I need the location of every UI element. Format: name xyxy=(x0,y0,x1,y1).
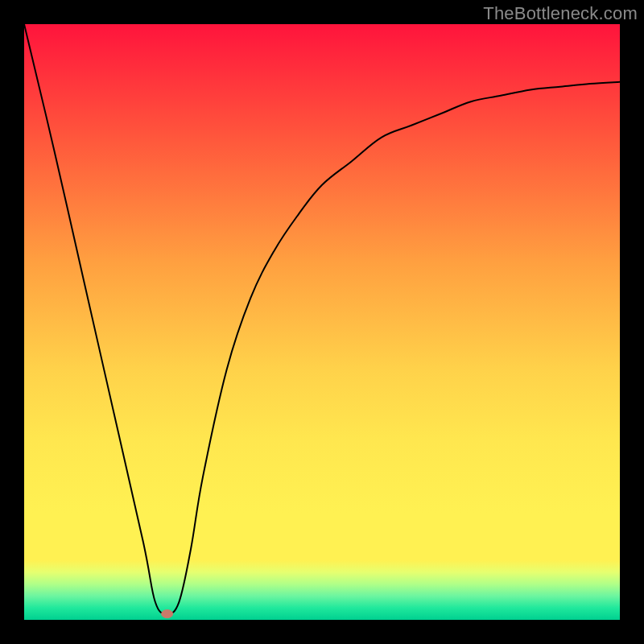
chart-frame: TheBottleneck.com xyxy=(0,0,644,644)
watermark-text: TheBottleneck.com xyxy=(483,3,638,24)
plot-area xyxy=(24,24,620,620)
